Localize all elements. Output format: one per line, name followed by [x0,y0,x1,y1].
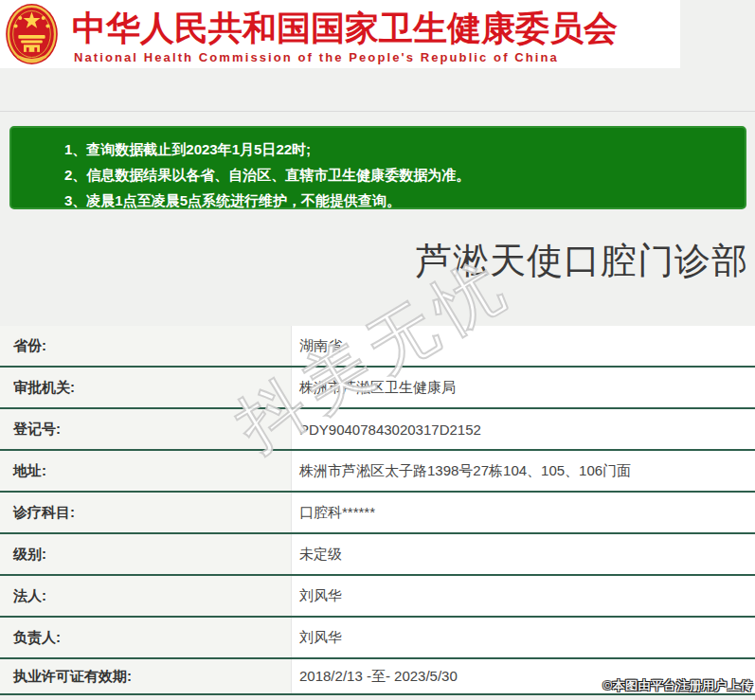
row-approval-authority: 审批机关: 株洲市芦淞区卫生健康局 [0,368,755,409]
header-divider [0,111,755,112]
china-national-emblem-icon [5,3,59,65]
field-value: 株洲市芦淞区太子路1398号27栋104、105、106门面 [291,451,755,491]
field-label: 地址: [0,451,291,491]
field-label: 执业许可证有效期: [0,659,291,693]
field-label: 级别: [0,534,291,574]
field-label: 省份: [0,326,291,366]
row-person-in-charge: 负责人: 刘风华 [0,618,755,659]
field-value: PDY90407843020317D2152 [291,409,755,449]
photo-credit-watermark: ©本图由平台注册用户上传 [602,677,753,694]
clinic-details-table: 省份: 湖南省 审批机关: 株洲市芦淞区卫生健康局 登记号: PDY904078… [0,326,755,695]
query-notice-box: 1、查询数据截止到2023年1月5日22时; 2、信息数据结果以各省、自治区、直… [9,126,746,209]
field-value: 口腔科****** [291,493,755,532]
field-value: 刘风华 [291,618,755,657]
row-registration-number: 登记号: PDY90407843020317D2152 [0,409,755,451]
field-value: 株洲市芦淞区卫生健康局 [291,368,755,407]
row-level: 级别: 未定级 [0,534,755,576]
field-value: 刘风华 [291,576,755,616]
field-label: 负责人: [0,618,291,657]
page: 中华人民共和国国家卫生健康委员会 National Health Commiss… [0,0,755,700]
row-legal-person: 法人: 刘风华 [0,576,755,618]
field-label: 法人: [0,576,291,616]
row-province: 省份: 湖南省 [0,326,755,368]
field-value: 未定级 [291,534,755,574]
site-header: 中华人民共和国国家卫生健康委员会 National Health Commiss… [0,0,680,68]
site-title-chinese: 中华人民共和国国家卫生健康委员会 [72,6,618,52]
notice-line-2: 2、信息数据结果以各省、自治区、直辖市卫生健康委数据为准。 [64,162,735,188]
notice-line-3: 3、凌晨1点至凌晨5点系统进行维护，不能提供查询。 [64,188,735,213]
field-label: 登记号: [0,409,291,449]
field-label: 审批机关: [0,368,291,407]
clinic-name-title: 芦淞天使口腔门诊部 [416,237,748,285]
field-value: 湖南省 [291,326,755,366]
field-label: 诊疗科目: [0,493,291,532]
row-treatment-subjects: 诊疗科目: 口腔科****** [0,493,755,534]
notice-line-1: 1、查询数据截止到2023年1月5日22时; [64,136,735,162]
site-title-english: National Health Commission of the People… [74,50,559,64]
row-address: 地址: 株洲市芦淞区太子路1398号27栋104、105、106门面 [0,451,755,493]
